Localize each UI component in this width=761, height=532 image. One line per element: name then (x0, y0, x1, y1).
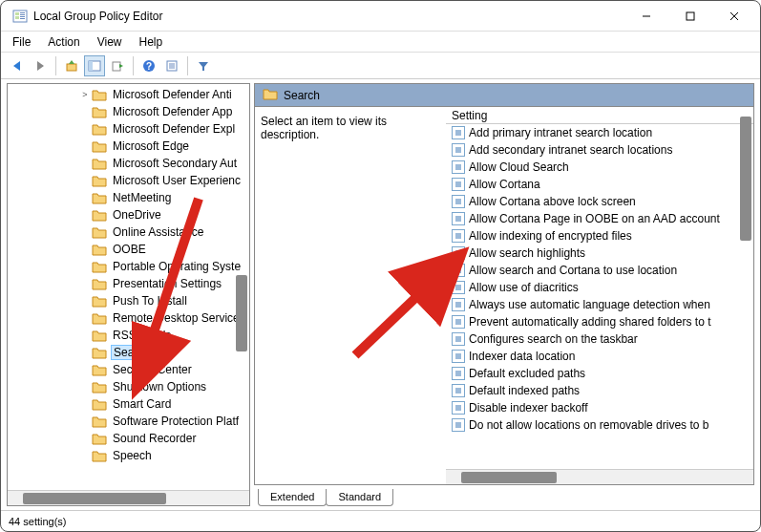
tree-item[interactable]: Speech (8, 447, 249, 464)
settings-list[interactable]: Add primary intranet search locationAdd … (446, 124, 753, 484)
tree-item[interactable]: Push To Install (8, 292, 249, 309)
tree-scroll[interactable]: >Microsoft Defender AntiMicrosoft Defend… (8, 84, 249, 490)
setting-row[interactable]: Configures search on the taskbar (446, 330, 753, 348)
tree-item[interactable]: Smart Card (8, 395, 249, 413)
expand-icon[interactable]: > (78, 90, 92, 99)
tree-item-label: Online Assistance (111, 225, 205, 239)
setting-row[interactable]: Add secondary intranet search locations (446, 141, 753, 159)
up-button[interactable] (61, 55, 82, 76)
list-horizontal-scrollbar[interactable] (446, 469, 753, 484)
tree-item[interactable]: OOBE (8, 241, 249, 258)
setting-row[interactable]: Allow Cortana above lock screen (446, 193, 753, 210)
tree-item[interactable]: RSS Feeds (8, 327, 249, 344)
tab-extended[interactable]: Extended (258, 489, 327, 506)
setting-row[interactable]: Allow Cortana (446, 176, 753, 193)
svg-rect-13 (67, 64, 76, 71)
tree-item[interactable]: Portable Operating Syste (8, 258, 249, 275)
tree-item[interactable]: Sound Recorder (8, 430, 249, 447)
toolbar-separator (133, 56, 134, 75)
tree-item-label: OneDrive (111, 208, 163, 222)
setting-label: Always use automatic language detection … (469, 298, 710, 311)
setting-row[interactable]: Disable indexer backoff (446, 399, 753, 416)
folder-icon (92, 225, 107, 239)
tree-item[interactable]: Microsoft Secondary Aut (8, 155, 249, 172)
tree-item-label: Microsoft Defender Expl (111, 122, 237, 136)
tree-item[interactable]: Presentation Settings (8, 275, 249, 292)
menu-help[interactable]: Help (132, 33, 171, 51)
tree-vertical-scrollbar-thumb[interactable] (236, 275, 247, 351)
tree-item-label: Speech (111, 449, 154, 462)
setting-row[interactable]: Default indexed paths (446, 382, 753, 399)
tree-item[interactable]: Remote Desktop Service (8, 309, 249, 327)
setting-label: Disable indexer backoff (469, 401, 588, 415)
folder-icon (92, 380, 107, 394)
export-button[interactable] (107, 55, 128, 76)
tree-item[interactable]: NetMeeting (8, 189, 249, 206)
setting-row[interactable]: Default excluded paths (446, 365, 753, 382)
folder-icon (92, 260, 107, 273)
tree-item-label: Microsoft Defender App (111, 105, 234, 118)
tree-item[interactable]: Online Assistance (8, 223, 249, 241)
filter-button[interactable] (193, 55, 214, 76)
forward-button[interactable] (30, 55, 51, 76)
setting-row[interactable]: Allow search and Cortana to use location (446, 262, 753, 279)
tree-item-label: Sound Recorder (111, 432, 198, 445)
settings-column: Setting Add primary intranet search loca… (446, 107, 753, 484)
svg-rect-2 (15, 16, 19, 19)
policy-icon (452, 418, 465, 432)
svg-marker-18 (119, 64, 123, 68)
folder-icon (92, 329, 107, 342)
setting-label: Allow use of diacritics (469, 281, 579, 294)
back-button[interactable] (7, 55, 28, 76)
policy-icon (452, 264, 465, 277)
setting-row[interactable]: Allow Cortana Page in OOBE on an AAD acc… (446, 210, 753, 227)
setting-row[interactable]: Allow use of diacritics (446, 279, 753, 296)
setting-row[interactable]: Indexer data location (446, 348, 753, 365)
tree-horizontal-scrollbar[interactable] (8, 490, 249, 505)
setting-row[interactable]: Do not allow locations on removable driv… (446, 416, 753, 434)
tab-standard[interactable]: Standard (326, 489, 393, 506)
tree-item[interactable]: Microsoft Edge (8, 138, 249, 155)
tree-item[interactable]: >Microsoft Defender Anti (8, 86, 249, 103)
tree-item[interactable]: Microsoft Defender App (8, 103, 249, 120)
tree-item[interactable]: Software Protection Platf (8, 413, 249, 430)
close-button[interactable] (712, 2, 756, 31)
setting-row[interactable]: Allow indexing of encrypted files (446, 227, 753, 245)
setting-row[interactable]: Add primary intranet search location (446, 124, 753, 141)
setting-row[interactable]: Always use automatic language detection … (446, 296, 753, 313)
detail-vertical-scrollbar-thumb[interactable] (740, 117, 751, 241)
help-button[interactable]: ? (138, 55, 159, 76)
folder-icon (92, 191, 107, 204)
svg-marker-25 (199, 62, 208, 71)
maximize-button[interactable] (668, 2, 712, 31)
properties-button[interactable] (161, 55, 182, 76)
detail-header-label: Search (284, 89, 320, 102)
app-icon (12, 9, 28, 24)
tree-item[interactable]: Shutdown Options (8, 378, 249, 395)
tree-item[interactable]: Search (8, 344, 249, 361)
tree-item[interactable]: OneDrive (8, 206, 249, 223)
tree-item[interactable]: Security Center (8, 361, 249, 378)
statusbar: 44 setting(s) (1, 510, 760, 531)
policy-icon (452, 401, 465, 415)
column-header-setting[interactable]: Setting (446, 107, 753, 124)
setting-row[interactable]: Allow Cloud Search (446, 159, 753, 176)
policy-icon (452, 350, 465, 363)
detail-header: Search (254, 83, 754, 106)
svg-rect-16 (89, 61, 93, 71)
tree-item[interactable]: Microsoft User Experienc (8, 172, 249, 189)
minimize-button[interactable] (624, 2, 668, 31)
setting-row[interactable]: Allow search highlights (446, 245, 753, 262)
menu-file[interactable]: File (5, 33, 38, 51)
tree-item-label: Portable Operating Syste (111, 260, 243, 273)
show-tree-button[interactable] (84, 55, 105, 76)
list-horizontal-scrollbar-thumb[interactable] (461, 472, 557, 483)
toolbar: ? (1, 53, 760, 79)
tree-item[interactable]: Microsoft Defender Expl (8, 120, 249, 138)
menu-view[interactable]: View (90, 33, 130, 51)
menu-action[interactable]: Action (40, 33, 87, 51)
svg-marker-14 (69, 60, 74, 64)
setting-row[interactable]: Prevent automatically adding shared fold… (446, 313, 753, 330)
setting-label: Allow Cortana Page in OOBE on an AAD acc… (469, 212, 720, 225)
tree-horizontal-scrollbar-thumb[interactable] (23, 493, 166, 504)
